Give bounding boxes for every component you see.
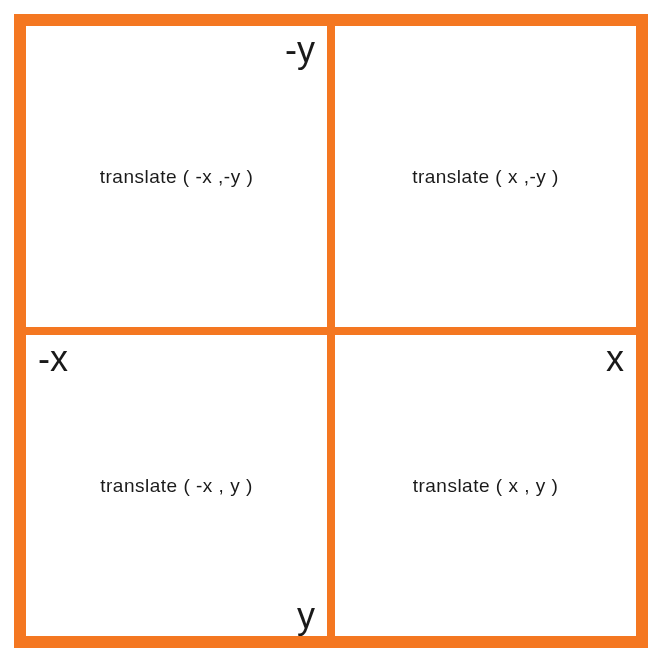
cell-label-q1: translate ( x ,-y ) [412,166,559,188]
axis-label-pos-y: y [297,598,315,634]
cell-top-right: translate ( x ,-y ) [331,22,640,331]
cell-label-q4: translate ( x , y ) [413,475,559,497]
cell-top-left: -y translate ( -x ,-y ) [22,22,331,331]
cell-bottom-left: -x translate ( -x , y ) y [22,331,331,640]
cell-label-q3: translate ( -x , y ) [100,475,253,497]
axis-label-neg-x: -x [38,341,68,377]
translate-quadrant-grid: -y translate ( -x ,-y ) translate ( x ,-… [14,14,648,648]
cell-label-q2: translate ( -x ,-y ) [100,166,254,188]
axis-label-neg-y: -y [285,32,315,68]
cell-bottom-right: x translate ( x , y ) [331,331,640,640]
axis-label-pos-x: x [606,341,624,377]
